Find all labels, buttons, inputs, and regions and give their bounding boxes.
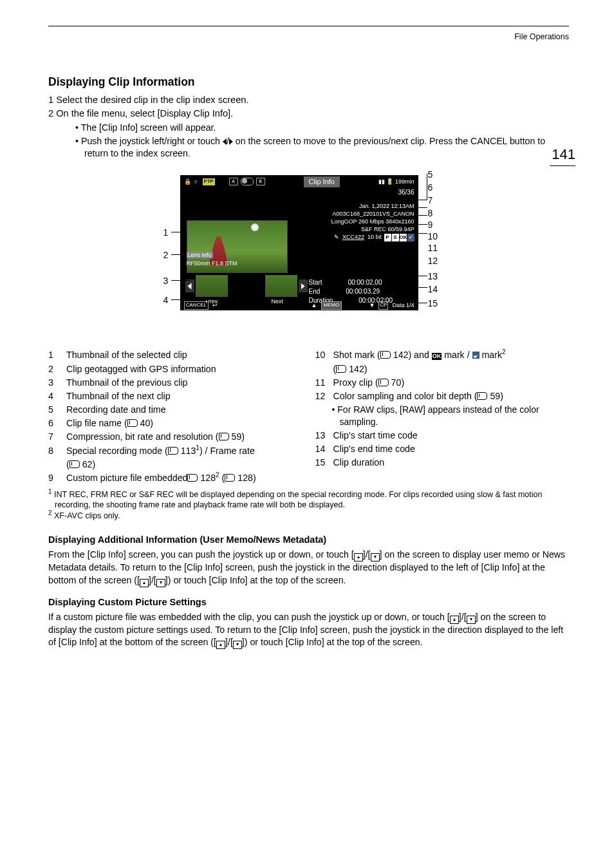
lock-icon: 🔒: [184, 178, 191, 185]
book-icon: [187, 474, 198, 482]
callout-11: 11: [428, 242, 438, 254]
next-arrow-icon: [301, 283, 305, 289]
badge-p: P: [384, 234, 391, 241]
legend-item-12-bullet: For RAW clips, [RAW] appears instead of …: [332, 404, 570, 428]
left-arrow-icon: [223, 138, 227, 145]
badge-ok: OK: [400, 234, 407, 241]
steps-list: Select the desired clip in the clip inde…: [48, 94, 569, 160]
up-button-icon: ▴: [450, 616, 459, 624]
callout-5: 5: [428, 169, 433, 181]
down-button-icon: ▾: [467, 616, 476, 624]
callout-7: 7: [428, 194, 433, 207]
up-button-icon: ▴: [354, 553, 363, 561]
memo-button[interactable]: MEMO: [321, 301, 342, 310]
legend-item-7: 7Compression, bit rate and resolution ( …: [48, 431, 302, 443]
check-mark-icon: [472, 352, 479, 359]
legend-item-10: 10Shot mark ( 142) and OK mark / mark2: [315, 349, 570, 361]
footnotes: 1 INT REC, FRM REC or S&F REC will be di…: [48, 489, 569, 521]
legend-item-4: 4Thumbnail of the next clip: [48, 390, 302, 402]
book-icon: [336, 365, 346, 373]
wifi-icon: ᯤ: [194, 178, 200, 187]
legend-item-11: 11Proxy clip ( 70): [315, 377, 570, 389]
book-icon: [477, 392, 487, 400]
down-button-icon: ▾: [156, 579, 165, 587]
legend-item-14: 14Clip's end time code: [315, 443, 570, 455]
callout-12: 12: [428, 255, 438, 267]
clip-info-diagram: 🔒 ᯤ FTP A B Clip Info ▮▮ 🔋 199min 36/36 …: [116, 169, 502, 336]
page-number: 141: [550, 145, 575, 166]
callout-15: 15: [428, 297, 438, 310]
cp-small-icon: CP: [378, 301, 388, 310]
down-button-icon: ▾: [233, 641, 242, 649]
cp-icon: ✎: [334, 234, 339, 240]
up-button-icon: ▴: [216, 641, 225, 649]
down-icon: ▼: [369, 301, 375, 309]
paragraph-additional: From the [Clip Info] screen, you can pus…: [48, 549, 569, 587]
prev-thumb-group[interactable]: [185, 275, 229, 297]
book-icon: [225, 474, 235, 482]
legend-item-3: 3Thumbnail of the previous clip: [48, 377, 302, 389]
legend-item-13: 13Clip's start time code: [315, 429, 570, 442]
card-a-icon: A: [229, 178, 238, 185]
badge-check: ✓: [407, 234, 414, 241]
heading-custom-picture: Displaying Custom Picture Settings: [48, 596, 569, 609]
cancel-button[interactable]: CANCEL: [184, 301, 209, 310]
clip-info-screen: 🔒 ᯤ FTP A B Clip Info ▮▮ 🔋 199min 36/36 …: [180, 175, 418, 310]
up-icon: ▲: [312, 301, 317, 309]
data-page: Data 1/4: [392, 301, 414, 309]
clip-metadata: Jan. 1,2022 12:13AM A003C168_220101VS_CA…: [331, 202, 414, 241]
callout-3: 3: [163, 275, 169, 287]
callout-13: 13: [428, 270, 438, 283]
prev-arrow-icon: [188, 283, 192, 289]
down-button-icon: ▾: [371, 553, 380, 561]
step-1: Select the desired clip in the clip inde…: [48, 94, 569, 107]
legend-item-12: 12Color sampling and color bit depth ( 5…: [315, 390, 570, 402]
legend-item-2: 2Clip geotagged with GPS information: [48, 363, 302, 375]
callout-10: 10: [428, 231, 438, 243]
callout-14: 14: [428, 283, 438, 296]
toggle-icon: [241, 178, 254, 185]
callout-4: 4: [163, 294, 169, 307]
step-2: On the file menu, select [Display Clip I…: [48, 108, 569, 160]
book-icon: [127, 419, 138, 427]
book-icon: [168, 447, 178, 455]
screen-bottom-bar: CANCEL ↩ ▲ MEMO ▼ CP Data 1/4: [180, 300, 418, 310]
back-icon: ↩: [212, 301, 218, 309]
legend-item-10-cont: ( 142): [315, 363, 570, 375]
paragraph-custom-picture: If a custom picture file was embedded wi…: [48, 611, 569, 649]
step-2-sub-b: Push the joystick left/right or touch / …: [57, 135, 569, 160]
legend-item-8-cont: ( 62): [48, 458, 302, 471]
legend-item-6: 6Clip file name ( 40): [48, 417, 302, 429]
clip-count: 36/36: [180, 188, 418, 197]
legend-item-5: 5Recording date and time: [48, 404, 302, 416]
next-thumb-group[interactable]: [264, 275, 308, 297]
callout-6: 6: [428, 182, 433, 194]
book-icon: [380, 351, 391, 359]
legend-item-15: 15Clip duration: [315, 457, 570, 469]
lens-info: Lens InfoRF50mm F1.8 STM: [187, 251, 237, 267]
legend-item-9: 9Custom picture file embedded 1282 ( 128…: [48, 472, 302, 484]
thumbnail-ball: [251, 223, 259, 231]
thumbnail-prev: [196, 275, 228, 297]
up-button-icon: ▴: [140, 579, 149, 587]
thumbnail-next: [265, 275, 297, 297]
callout-9: 9: [428, 219, 433, 231]
badge-s: S: [392, 234, 399, 241]
ok-mark-icon: OK: [432, 353, 442, 360]
book-icon: [219, 433, 229, 440]
battery-icon: ▮▮ 🔋 199min: [378, 178, 414, 185]
book-icon: [378, 379, 389, 386]
ftp-badge: FTP: [203, 178, 215, 185]
callout-8: 8: [428, 207, 433, 220]
card-b-icon: B: [256, 178, 265, 185]
screen-title: Clip Info: [304, 176, 340, 187]
running-head: File Operations: [48, 32, 569, 42]
book-icon: [70, 460, 80, 468]
heading-main: Displaying Clip Information: [48, 75, 569, 90]
legend-columns: 1Thumbnail of the selected clip2Clip geo…: [48, 349, 569, 486]
step-2-sub-a: The [Clip Info] screen will appear.: [57, 122, 569, 134]
legend-item-8: 8Special recording mode ( 1131) / Frame …: [48, 445, 302, 457]
callout-1: 1: [163, 227, 169, 239]
heading-additional: Displaying Additional Information (User …: [48, 534, 569, 547]
callout-2: 2: [163, 249, 169, 261]
